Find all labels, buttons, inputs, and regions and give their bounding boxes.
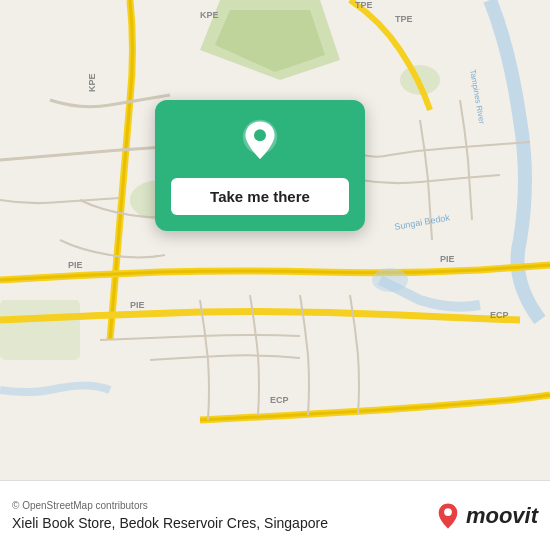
location-pin-icon — [236, 118, 284, 166]
location-card: Take me there — [155, 100, 365, 231]
bottom-bar: © OpenStreetMap contributors Xieli Book … — [0, 480, 550, 550]
svg-point-17 — [372, 268, 408, 292]
svg-text:TPE: TPE — [355, 0, 373, 10]
svg-text:ECP: ECP — [270, 395, 289, 405]
location-name: Xieli Book Store, Bedok Reservoir Cres, … — [12, 515, 434, 531]
moovit-logo: moovit — [434, 502, 538, 530]
svg-text:PIE: PIE — [68, 260, 83, 270]
bottom-bar-text: © OpenStreetMap contributors Xieli Book … — [12, 500, 434, 531]
map-container: KPE PIE PIE ECP TPE TPE KPE Sungai Bedok… — [0, 0, 550, 480]
svg-rect-5 — [0, 300, 80, 360]
take-me-there-button[interactable]: Take me there — [171, 178, 349, 215]
moovit-pin-icon — [434, 502, 462, 530]
attribution: © OpenStreetMap contributors — [12, 500, 434, 511]
moovit-brand-text: moovit — [466, 503, 538, 529]
svg-text:PIE: PIE — [440, 254, 455, 264]
svg-point-19 — [254, 129, 266, 141]
svg-text:KPE: KPE — [87, 73, 97, 92]
svg-text:TPE: TPE — [395, 14, 413, 24]
svg-text:KPE: KPE — [200, 10, 219, 20]
svg-text:ECP: ECP — [490, 310, 509, 320]
map-svg: KPE PIE PIE ECP TPE TPE KPE Sungai Bedok… — [0, 0, 550, 480]
svg-point-20 — [444, 508, 452, 516]
svg-text:PIE: PIE — [130, 300, 145, 310]
